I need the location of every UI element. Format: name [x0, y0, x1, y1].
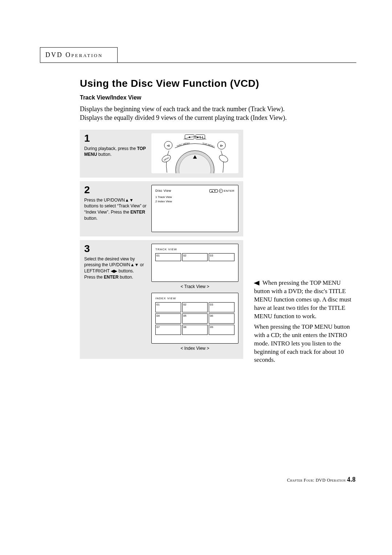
page: DVD Operation Using the Disc View Functi… [40, 47, 356, 362]
step-3-panel: 3 Select the desired view by pressing th… [80, 240, 243, 359]
step-3-illustration: TRACK VIEW 01 02 03 < Track View > INDEX… [151, 244, 238, 355]
step-1-number: 1 [84, 133, 148, 143]
svg-text:DISC MENU: DISC MENU [176, 142, 190, 147]
step-1-body-a: During playback, press the [84, 146, 137, 151]
prev-icon: ⧏ [167, 143, 170, 147]
osd-enter-icon: ↵ [219, 189, 223, 193]
remote-svg: ■ ▶/❙❙ ⧏ ⧐ DISC MENU [151, 133, 238, 173]
index-view-osd: INDEX VIEW 01 02 03 04 05 06 07 08 09 [151, 293, 238, 344]
section-tab: DVD Operation [40, 47, 118, 62]
step-2-text: 2 Press the UP/DOWN▲▼ buttons to select … [84, 185, 151, 222]
side-note-p2: When pressing the TOP MENU button with a… [254, 323, 352, 365]
step-2-number: 2 [84, 185, 148, 195]
svg-text:TOP MENU: TOP MENU [202, 142, 215, 148]
intro-line-2: Displays the equally divided 9 views of … [80, 113, 356, 122]
track-thumb: 01 [155, 253, 181, 261]
step-3-c: buttons. [117, 268, 134, 274]
step-2-panel: 2 Press the UP/DOWN▲▼ buttons to select … [80, 181, 243, 236]
track-thumb: 02 [182, 253, 208, 261]
osd-arrows-icon: ▲▼ [209, 189, 218, 193]
osd-header: Disc View ▲▼ ↵ ENTER [155, 189, 234, 193]
side-note: ◀ When pressing the TOP MENU button with… [254, 279, 352, 364]
track-view-grid: 01 02 03 [155, 253, 234, 261]
track-view-title: TRACK VIEW [155, 248, 234, 251]
step-3-d: Press the [84, 275, 104, 280]
index-view-title: INDEX VIEW [155, 297, 234, 300]
intro-line-1: Displays the beginning view of each trac… [80, 105, 356, 113]
side-note-p1: When pressing the TOP MENU button with a… [254, 279, 351, 320]
index-thumb: 04 [155, 313, 181, 324]
step-3-bold: ENTER [104, 275, 119, 280]
step-2-illustration: Disc View ▲▼ ↵ ENTER 1 Track View 2 Inde… [151, 185, 238, 232]
index-thumb: 03 [209, 302, 234, 312]
osd-item-1: 1 Track View [155, 195, 234, 200]
step-2-bold: ENTER [130, 210, 145, 215]
disc-view-osd: Disc View ▲▼ ↵ ENTER 1 Track View 2 Inde… [151, 185, 238, 232]
step-1-panel: 1 During playback, press the TOP MENU bu… [80, 130, 243, 178]
top-menu-label: TOP MENU [202, 142, 215, 148]
step-2-c: button. [84, 216, 98, 221]
updown-arrows-icon-2: ▲▼ [130, 262, 139, 267]
left-arrow-icon: ◀ [254, 279, 260, 287]
track-view-osd: TRACK VIEW 01 02 03 [151, 244, 238, 282]
index-thumb: 05 [182, 313, 208, 324]
osd-controls: ▲▼ ↵ ENTER [209, 189, 234, 193]
osd-title: Disc View [155, 189, 171, 193]
footer-chapter: Chapter Four: DVD Operation [287, 478, 347, 483]
remote-diagram: ■ ▶/❙❙ ⧏ ⧐ DISC MENU [151, 133, 238, 173]
step-1-body-b: button. [97, 152, 111, 157]
step-2-a: Press the UP/DOWN [84, 198, 125, 203]
footer-page-number: 4.8 [347, 476, 356, 483]
intro-text: Displays the beginning view of each trac… [80, 105, 356, 122]
index-thumb: 09 [209, 325, 234, 335]
step-1-illustration: ■ ▶/❙❙ ⧏ ⧐ DISC MENU [151, 133, 238, 173]
updown-arrows-icon: ▲▼ [125, 198, 134, 203]
step-3-e: button. [119, 275, 133, 280]
track-thumb: 03 [209, 253, 234, 261]
section-rule [40, 62, 356, 63]
step-3-a: Select the desired view by pressing the … [84, 256, 135, 268]
index-thumb: 01 [155, 302, 181, 312]
page-footer: Chapter Four: DVD Operation 4.8 [40, 476, 356, 483]
next-icon: ⧐ [220, 143, 223, 147]
osd-list: 1 Track View 2 Index View [155, 195, 234, 204]
index-view-grid: 01 02 03 04 05 06 07 08 09 [155, 302, 234, 335]
leftright-arrows-icon: ◀▶ [111, 268, 117, 274]
osd-enter-label: ENTER [224, 189, 234, 193]
step-1-text: 1 During playback, press the TOP MENU bu… [84, 133, 151, 158]
index-view-caption: < Index View > [151, 346, 238, 351]
index-thumb: 06 [209, 313, 234, 324]
step-3-text: 3 Select the desired view by pressing th… [84, 244, 151, 355]
track-view-caption: < Track View > [151, 284, 238, 289]
index-thumb: 02 [182, 302, 208, 312]
page-subtitle: Track View/Index View [80, 94, 356, 101]
disc-menu-label: DISC MENU [176, 142, 190, 147]
page-title: Using the Disc View Function (VCD) [80, 78, 356, 89]
step-3-number: 3 [84, 244, 148, 254]
index-thumb: 08 [182, 325, 208, 335]
index-thumb: 07 [155, 325, 181, 335]
osd-item-2: 2 Index View [155, 199, 234, 204]
